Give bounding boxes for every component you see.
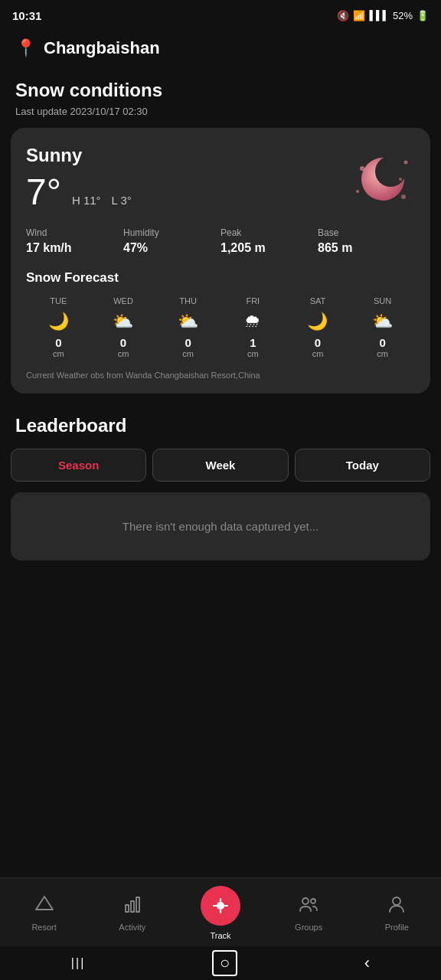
forecast-day-sun: SUN ⛅ 0 cm [350,296,415,358]
forecast-grid: TUE 🌙 0 cm WED ⛅ 0 cm THU ⛅ 0 cm FRI 🌨 1… [26,296,415,358]
header: 📍 Changbaishan [0,28,441,64]
nav-icon-resort [34,894,54,919]
status-time: 10:31 [12,9,41,22]
nav-icon-groups [299,894,318,919]
nav-label-resort: Resort [31,923,56,932]
weather-icon-wrap [346,145,415,214]
forecast-icon-3: 🌨 [220,312,286,332]
wifi-icon: 📶 [353,10,365,21]
recent-button[interactable]: ||| [56,950,100,976]
nav-icon-activity [122,894,142,919]
nav-item-activity[interactable]: Activity [109,894,155,932]
forecast-day-label: SAT [286,296,351,305]
weather-temp: 7° [26,171,61,213]
forecast-icon-5: ⛅ [350,312,415,332]
nav-item-groups[interactable]: Groups [286,894,332,932]
forecast-amount-1: 0 [91,336,156,349]
back-button[interactable]: ‹ [349,947,385,979]
svg-point-12 [302,898,309,904]
status-bar: 10:31 🔇 📶 ▌▌▌ 52% 🔋 [0,0,441,28]
weather-source: Current Weather obs from Wanda Changbais… [26,371,415,380]
track-button[interactable] [201,886,240,926]
svg-marker-7 [36,897,53,910]
nav-label-profile: Profile [385,923,409,932]
svg-rect-8 [126,905,129,912]
bottom-nav: Resort Activity Track Groups Profile [0,877,441,946]
nav-item-resort[interactable]: Resort [21,894,67,932]
weather-high: H 11° [72,194,101,207]
location-name: Changbaishan [44,38,160,58]
base-label: Base [318,227,415,238]
wind-value: 17 km/h [26,241,123,255]
forecast-unit-5: cm [350,349,415,358]
svg-point-2 [360,166,364,171]
forecast-day-sat: SAT 🌙 0 cm [286,296,351,358]
nav-icon-profile [387,894,407,919]
signal-icon: ▌▌▌ [369,10,389,21]
leaderboard-empty-text: There isn't enough data captured yet... [122,520,318,533]
svg-point-1 [375,156,406,187]
svg-point-14 [393,897,400,905]
location-icon: 📍 [15,38,36,58]
nav-item-profile[interactable]: Profile [374,894,420,932]
forecast-amount-2: 0 [155,336,220,349]
forecast-icon-4: 🌙 [286,312,351,332]
battery-level: 52% [393,10,413,21]
svg-rect-10 [136,897,139,912]
humidity-value: 47% [123,241,220,255]
nav-item-track[interactable]: Track [198,886,243,940]
forecast-amount-5: 0 [350,336,415,349]
forecast-amount-3: 1 [220,336,286,349]
humidity-label: Humidity [123,227,220,238]
leaderboard-tab-season[interactable]: Season [11,449,146,482]
forecast-day-fri: FRI 🌨 1 cm [220,296,286,358]
forecast-day-wed: WED ⛅ 0 cm [91,296,156,358]
peak-label: Peak [220,227,318,238]
forecast-amount-4: 0 [286,336,351,349]
forecast-unit-3: cm [220,349,286,358]
weather-card: Sunny 7° H 11° L 3° [11,128,430,394]
svg-point-5 [356,190,359,193]
nav-label-groups: Groups [295,923,322,932]
battery-icon: 🔋 [416,10,429,21]
leaderboard-tab-today[interactable]: Today [295,449,430,482]
track-icon [212,897,229,914]
forecast-unit-0: cm [26,349,91,358]
nav-label-activity: Activity [119,923,145,932]
wind-label: Wind [26,227,123,238]
weather-condition: Sunny [26,145,132,166]
leaderboard-title: Leaderboard [0,394,441,449]
forecast-title: Snow Forecast [26,270,415,286]
forecast-unit-1: cm [91,349,156,358]
status-icons: 🔇 📶 ▌▌▌ 52% 🔋 [337,10,429,21]
forecast-day-thu: THU ⛅ 0 cm [155,296,220,358]
weather-stats: Wind 17 km/h Humidity 47% Peak 1,205 m B… [26,227,415,255]
base-stat: Base 865 m [318,227,415,255]
svg-point-3 [403,160,407,164]
forecast-day-label: FRI [220,296,286,305]
forecast-day-label: SUN [350,296,415,305]
forecast-day-label: TUE [26,296,91,305]
forecast-unit-4: cm [286,349,351,358]
peak-stat: Peak 1,205 m [220,227,318,255]
weather-low: L 3° [112,194,132,207]
last-update: Last update 2023/10/17 02:30 [0,104,441,128]
forecast-icon-2: ⛅ [155,312,220,332]
svg-point-6 [399,178,402,181]
home-button[interactable]: ○ [212,950,237,976]
svg-point-11 [217,903,224,909]
base-value: 865 m [318,241,415,255]
forecast-icon-0: 🌙 [26,312,91,332]
leaderboard-empty: There isn't enough data captured yet... [11,492,430,560]
system-bar: ||| ○ ‹ [0,946,441,980]
forecast-unit-2: cm [155,349,220,358]
leaderboard-tabs: SeasonWeekToday [11,449,430,482]
peak-value: 1,205 m [220,241,318,255]
snow-conditions-title: Snow conditions [0,64,441,104]
leaderboard-tab-week[interactable]: Week [152,449,288,482]
humidity-stat: Humidity 47% [123,227,220,255]
forecast-day-label: WED [91,296,156,305]
mute-icon: 🔇 [337,10,349,21]
svg-point-4 [401,194,406,199]
svg-rect-9 [131,901,134,912]
